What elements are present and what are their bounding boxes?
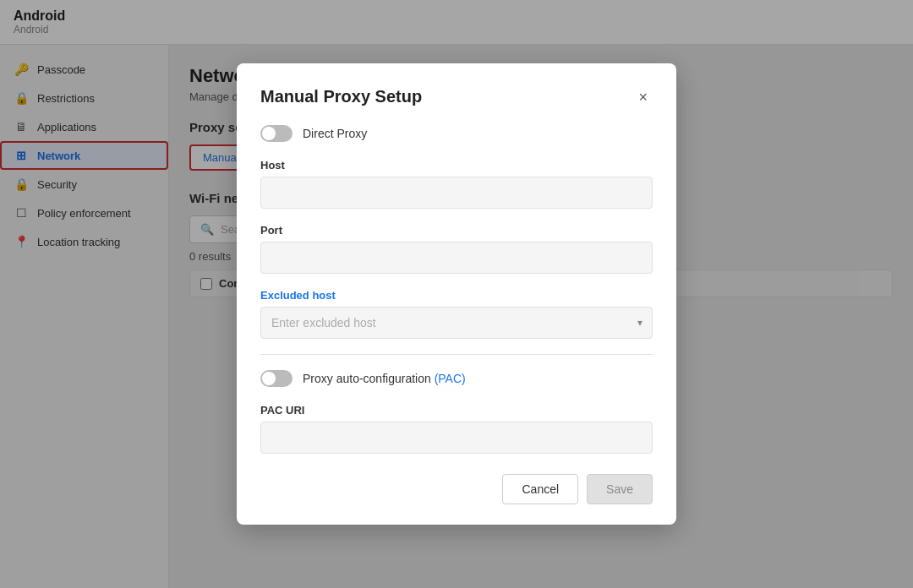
modal-header: Manual Proxy Setup × bbox=[260, 87, 653, 106]
port-field-group: Port bbox=[260, 224, 653, 274]
excluded-host-select-wrapper: Enter excluded host ▾ bbox=[260, 307, 653, 339]
save-button[interactable]: Save bbox=[587, 474, 653, 504]
pac-uri-field-group: PAC URI bbox=[260, 404, 653, 454]
pac-row: Proxy auto-configuration (PAC) bbox=[260, 370, 653, 387]
direct-proxy-row: Direct Proxy bbox=[260, 125, 653, 142]
host-input[interactable] bbox=[260, 177, 653, 209]
pac-label: Proxy auto-configuration (PAC) bbox=[303, 372, 466, 385]
modal-close-button[interactable]: × bbox=[633, 88, 653, 106]
port-input[interactable] bbox=[260, 242, 653, 274]
modal-title: Manual Proxy Setup bbox=[260, 87, 422, 106]
excluded-host-select[interactable]: Enter excluded host bbox=[260, 307, 653, 339]
modal-footer: Cancel Save bbox=[260, 474, 653, 504]
divider bbox=[260, 354, 653, 355]
direct-proxy-label: Direct Proxy bbox=[303, 127, 367, 140]
excluded-host-field-group: Excluded host Enter excluded host ▾ bbox=[260, 289, 653, 339]
modal-overlay: Manual Proxy Setup × Direct Proxy Host P… bbox=[0, 0, 913, 588]
pac-uri-input[interactable] bbox=[260, 422, 653, 454]
excluded-host-label: Excluded host bbox=[260, 289, 653, 302]
host-field-group: Host bbox=[260, 159, 653, 209]
host-label: Host bbox=[260, 159, 653, 172]
direct-proxy-toggle[interactable] bbox=[260, 125, 292, 142]
port-label: Port bbox=[260, 224, 653, 237]
pac-toggle[interactable] bbox=[260, 370, 292, 387]
cancel-button[interactable]: Cancel bbox=[502, 474, 578, 504]
manual-proxy-setup-modal: Manual Proxy Setup × Direct Proxy Host P… bbox=[237, 63, 676, 525]
pac-uri-label: PAC URI bbox=[260, 404, 653, 416]
